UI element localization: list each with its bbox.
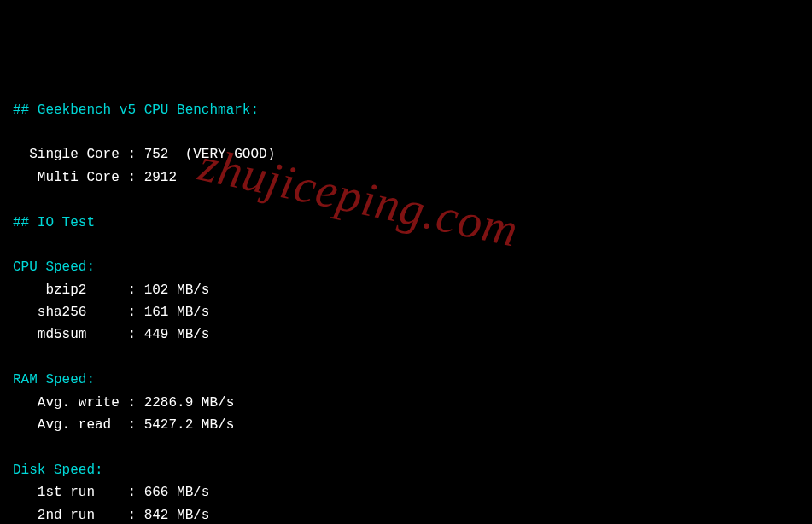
ram-write-label: Avg. write :: [13, 395, 144, 410]
bzip2-label: bzip2 :: [13, 282, 144, 298]
ram-write-value: 2286.9 MB/s: [144, 395, 235, 410]
geekbench-header: ## Geekbench v5 CPU Benchmark:: [13, 102, 259, 118]
terminal-output: ## Geekbench v5 CPU Benchmark: Single Co…: [13, 99, 799, 524]
disk-run2-value: 842 MB/s: [144, 508, 210, 523]
md5sum-value: 449 MB/s: [144, 327, 210, 342]
disk-run1-label: 1st run :: [13, 485, 144, 500]
ram-speed-header: RAM Speed:: [13, 372, 95, 387]
iotest-header: ## IO Test: [13, 215, 95, 230]
single-core-value: 752 (VERY GOOD): [144, 147, 276, 162]
ram-read-label: Avg. read :: [13, 417, 144, 433]
disk-run2-label: 2nd run :: [13, 508, 144, 523]
sha256-label: sha256 :: [13, 305, 144, 320]
multi-core-value: 2912: [144, 170, 177, 185]
sha256-value: 161 MB/s: [144, 305, 210, 320]
cpu-speed-header: CPU Speed:: [13, 259, 95, 275]
disk-speed-header: Disk Speed:: [13, 463, 103, 478]
md5sum-label: md5sum :: [13, 327, 144, 342]
ram-read-value: 5427.2 MB/s: [144, 417, 235, 433]
multi-core-label: Multi Core :: [13, 170, 144, 185]
disk-run1-value: 666 MB/s: [144, 485, 210, 500]
single-core-label: Single Core :: [13, 147, 144, 162]
bzip2-value: 102 MB/s: [144, 282, 210, 298]
